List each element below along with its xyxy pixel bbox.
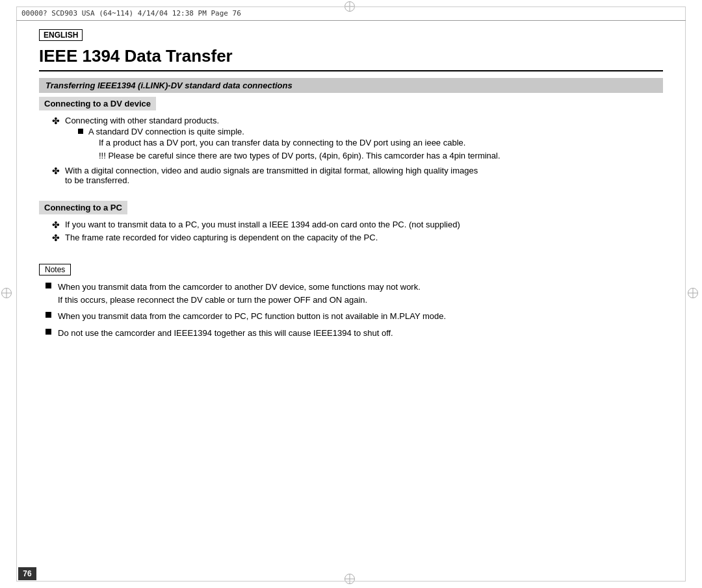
italic-header: Transferring IEEE1394 (i.LINK)-DV standa… (39, 78, 663, 93)
cross-icon: ✤ (52, 220, 60, 230)
section1-header: Connecting to a DV device (39, 97, 156, 110)
page-number: 76 (18, 567, 36, 580)
square-bullet-icon (78, 129, 83, 134)
note-item: Do not use the camcorder and IEEE1394 to… (46, 327, 663, 340)
section2-header: Connecting to a PC (39, 201, 127, 214)
reg-mark-right (688, 288, 701, 301)
note-text: When you transmit data from the camcorde… (58, 310, 446, 323)
sub-text-indent: If a product has a DV port, you can tran… (99, 136, 500, 149)
bullet-text: With a digital connection, video and aud… (65, 166, 478, 185)
sub-bullet-text: A standard DV connection is quite simple… (88, 127, 244, 136)
cross-icon: ✤ (52, 233, 60, 243)
note-item: When you transmit data from the camcorde… (46, 310, 663, 323)
sub-bullet-item: A standard DV connection is quite simple… (78, 127, 500, 162)
note-text: When you transmit data from the camcorde… (58, 281, 421, 306)
bullet-text: Connecting with other standard products. (65, 116, 219, 125)
note-bullet-icon (46, 312, 51, 318)
note-subline: If this occurs, please reconnect the DV … (58, 294, 421, 307)
header-bar: 00000? SCD903 USA (64~114) 4/14/04 12:38… (16, 6, 686, 21)
page-title: IEEE 1394 Data Transfer (39, 46, 663, 71)
reg-mark-left (1, 288, 14, 301)
notes-badge: Notes (39, 264, 71, 275)
note-bullet-icon (46, 329, 51, 335)
bullet-item: ✤ With a digital connection, video and a… (52, 166, 663, 185)
english-badge: ENGLISH (39, 29, 83, 41)
bullet-text: The frame rate recorded for video captur… (65, 233, 378, 242)
note-text: Do not use the camcorder and IEEE1394 to… (58, 327, 393, 340)
content-area: ENGLISH IEEE 1394 Data Transfer Transfer… (39, 29, 663, 562)
cross-icon: ✤ (52, 166, 60, 176)
cross-icon: ✤ (52, 116, 60, 126)
header-text: 00000? SCD903 USA (64~114) 4/14/04 12:38… (21, 9, 241, 18)
bullet-text: If you want to transmit data to a PC, yo… (65, 220, 460, 229)
bullet-item: ✤ The frame rate recorded for video capt… (52, 233, 663, 243)
warning-text: !!! Please be careful since there are tw… (99, 149, 500, 162)
bullet-item: ✤ Connecting with other standard product… (52, 116, 663, 163)
note-bullet-icon (46, 283, 51, 288)
note-item: When you transmit data from the camcorde… (46, 281, 663, 306)
bullet-item: ✤ If you want to transmit data to a PC, … (52, 220, 663, 230)
